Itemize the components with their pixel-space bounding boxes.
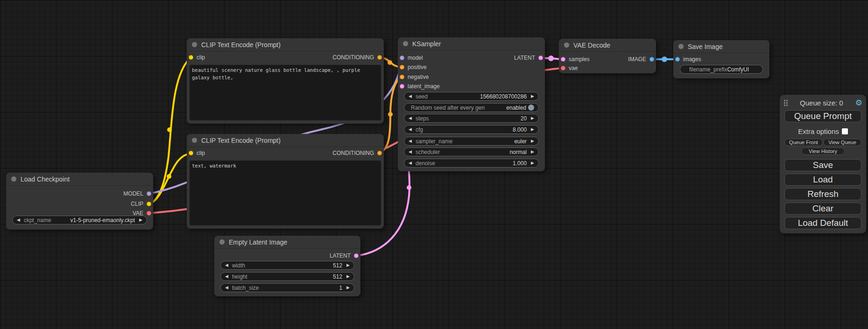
width-number-widget[interactable]: ◀ width 512 ▶	[220, 261, 354, 270]
sampler-name-combo-widget[interactable]: ◀ sampler_name euler ▶	[404, 137, 539, 146]
input-slot-negative: negative	[400, 73, 429, 81]
load-default-button[interactable]: Load Default	[784, 217, 861, 229]
node-clip-text-encode-negative[interactable]: CLIP Text Encode (Prompt) clip CONDITION…	[187, 134, 384, 229]
clip-input-port[interactable]	[189, 55, 193, 60]
decrement-arrow-icon[interactable]: ◀	[225, 263, 228, 267]
increment-arrow-icon[interactable]: ▶	[139, 218, 142, 222]
batch-size-number-widget[interactable]: ◀ batch_size 1 ▶	[220, 283, 354, 292]
node-title: KSampler	[412, 40, 441, 48]
negative-prompt-textarea[interactable]: text, watermark	[190, 161, 381, 225]
model-input-port[interactable]	[400, 56, 404, 60]
node-title-bar[interactable]: KSampler	[398, 37, 545, 50]
save-button[interactable]: Save	[784, 159, 861, 171]
node-title-bar[interactable]: Empty Latent Image	[214, 236, 360, 249]
node-title-bar[interactable]: VAE Decode	[559, 39, 656, 52]
view-history-button[interactable]: View History	[801, 147, 845, 155]
queue-prompt-button[interactable]: Queue Prompt	[784, 110, 861, 122]
settings-gear-icon[interactable]: ⚙	[855, 99, 862, 107]
widget-value: 8.000	[513, 126, 527, 133]
output-slot-conditioning: CONDITIONING	[332, 149, 382, 157]
vae-input-port[interactable]	[561, 66, 565, 70]
latent-output-port[interactable]	[538, 56, 543, 60]
output-slot-latent: LATENT	[514, 54, 543, 62]
negative-input-port[interactable]	[400, 75, 404, 79]
ckpt-name-combo-widget[interactable]: ◀ ckpt_name v1-5-pruned-emaonly.ckpt ▶	[12, 216, 147, 224]
scheduler-combo-widget[interactable]: ◀ scheduler normal ▶	[404, 147, 539, 156]
link-midpoint-dot	[388, 60, 392, 65]
cfg-number-widget[interactable]: ◀ cfg 8.000 ▶	[404, 125, 539, 134]
widget-label: Random seed after every gen	[411, 105, 485, 111]
increment-arrow-icon[interactable]: ▶	[531, 150, 534, 154]
filename-prefix-text-widget[interactable]: filename_prefix ComfyUI	[680, 65, 763, 74]
node-load-checkpoint[interactable]: Load Checkpoint MODEL CLIP VAE ◀ ckpt_na…	[6, 173, 153, 230]
node-status-dot-icon	[403, 41, 408, 46]
toggle-enabled-icon[interactable]	[528, 105, 534, 111]
increment-arrow-icon[interactable]: ▶	[346, 263, 350, 267]
view-queue-button[interactable]: View Queue	[823, 139, 861, 146]
node-status-dot-icon	[11, 176, 16, 182]
decrement-arrow-icon[interactable]: ◀	[409, 94, 412, 98]
conditioning-output-port[interactable]	[377, 55, 382, 60]
clip-input-port[interactable]	[189, 151, 193, 155]
samples-input-port[interactable]	[561, 57, 565, 62]
latent-output-port[interactable]	[354, 253, 359, 258]
positive-input-port[interactable]	[400, 65, 404, 70]
load-button[interactable]: Load	[784, 174, 861, 186]
latent-image-input-port[interactable]	[400, 84, 404, 89]
queue-front-button[interactable]: Queue Front	[784, 139, 823, 146]
decrement-arrow-icon[interactable]: ◀	[409, 127, 412, 132]
increment-arrow-icon[interactable]: ▶	[531, 116, 534, 120]
node-title-bar[interactable]: Save Image	[673, 40, 769, 53]
node-title-bar[interactable]: CLIP Text Encode (Prompt)	[187, 38, 384, 51]
node-clip-text-encode-positive[interactable]: CLIP Text Encode (Prompt) clip CONDITION…	[187, 38, 384, 124]
increment-arrow-icon[interactable]: ▶	[531, 127, 534, 132]
node-status-dot-icon	[192, 138, 197, 143]
clear-button[interactable]: Clear	[784, 203, 861, 215]
decrement-arrow-icon[interactable]: ◀	[409, 139, 412, 143]
decrement-arrow-icon[interactable]: ◀	[225, 286, 228, 290]
model-output-port[interactable]	[147, 191, 151, 196]
seed-number-widget[interactable]: ◀ seed 156680208700286 ▶	[404, 92, 539, 101]
decrement-arrow-icon[interactable]: ◀	[17, 218, 20, 222]
widget-label: filename_prefix	[689, 66, 727, 73]
increment-arrow-icon[interactable]: ▶	[531, 139, 534, 143]
vae-output-port[interactable]	[147, 211, 151, 216]
positive-prompt-textarea[interactable]: beautiful scenery nature glass bottle la…	[190, 65, 381, 120]
drag-handle-icon[interactable]	[783, 99, 788, 106]
increment-arrow-icon[interactable]: ▶	[531, 94, 534, 98]
denoise-number-widget[interactable]: ◀ denoise 1.000 ▶	[404, 159, 539, 168]
node-title-bar[interactable]: Load Checkpoint	[6, 173, 153, 186]
image-output-port[interactable]	[649, 57, 654, 62]
link-midpoint-dot	[662, 56, 667, 62]
node-empty-latent-image[interactable]: Empty Latent Image LATENT ◀ width 512 ▶ …	[214, 236, 360, 296]
link-midpoint-dot	[167, 127, 172, 132]
decrement-arrow-icon[interactable]: ◀	[409, 116, 412, 120]
decrement-arrow-icon[interactable]: ◀	[409, 161, 412, 165]
height-number-widget[interactable]: ◀ height 512 ▶	[220, 272, 354, 281]
node-vae-decode[interactable]: VAE Decode samples IMAGE vae	[559, 39, 656, 73]
node-status-dot-icon	[219, 239, 225, 245]
decrement-arrow-icon[interactable]: ◀	[409, 150, 412, 154]
steps-number-widget[interactable]: ◀ steps 20 ▶	[404, 114, 539, 123]
node-graph-canvas[interactable]: Load Checkpoint MODEL CLIP VAE ◀ ckpt_na…	[0, 0, 868, 329]
increment-arrow-icon[interactable]: ▶	[346, 286, 350, 290]
widget-value: ComfyUI	[727, 66, 749, 73]
widget-value: euler	[514, 138, 527, 145]
node-ksampler[interactable]: KSampler model LATENT positive negative …	[398, 37, 545, 171]
extra-options-checkbox[interactable]	[842, 128, 848, 134]
widget-label: sampler_name	[416, 138, 452, 145]
widget-label: seed	[416, 93, 428, 100]
node-save-image[interactable]: Save Image images filename_prefix ComfyU…	[673, 40, 769, 78]
increment-arrow-icon[interactable]: ▶	[346, 274, 350, 279]
decrement-arrow-icon[interactable]: ◀	[225, 274, 228, 279]
clip-output-port[interactable]	[147, 202, 151, 206]
slot-label: IMAGE	[628, 56, 646, 63]
increment-arrow-icon[interactable]: ▶	[531, 161, 534, 165]
slot-label: clip	[197, 150, 205, 156]
conditioning-output-port[interactable]	[377, 151, 382, 155]
images-input-port[interactable]	[675, 57, 680, 62]
random-seed-toggle-widget[interactable]: Random seed after every gen enabled	[404, 103, 539, 112]
slot-label: LATENT	[330, 252, 351, 259]
node-title-bar[interactable]: CLIP Text Encode (Prompt)	[187, 134, 384, 147]
refresh-button[interactable]: Refresh	[784, 188, 861, 200]
